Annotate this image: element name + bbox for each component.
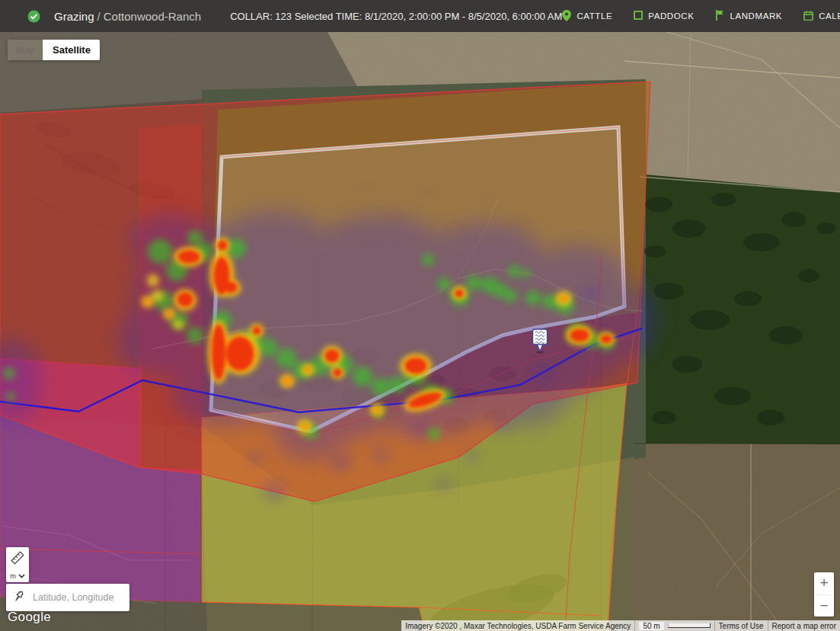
nav-cattle-button[interactable]: CATTLE bbox=[562, 10, 612, 23]
nav-label: LANDMARK bbox=[730, 11, 782, 21]
header-nav: CATTLE PADDOCK LANDMARK CALENDAR bbox=[562, 10, 840, 23]
flag-icon bbox=[715, 10, 724, 22]
app-window: Grazing/Cottonwood-Ranch COLLAR: 123 Sel… bbox=[0, 0, 840, 631]
imagery-credit: Imagery ©2020 , Maxar Technologies, USDA… bbox=[401, 620, 634, 631]
zoom-control: + − bbox=[814, 572, 834, 617]
satellite-map[interactable] bbox=[0, 32, 840, 631]
terms-of-use-link[interactable]: Terms of Use bbox=[714, 620, 768, 631]
pushpin-icon bbox=[13, 590, 25, 605]
report-map-error-link[interactable]: Report a map error bbox=[768, 620, 840, 631]
scale-bar bbox=[668, 623, 711, 628]
latlng-search-box bbox=[6, 584, 129, 611]
google-logo[interactable]: Google bbox=[8, 610, 51, 625]
ruler-icon bbox=[10, 550, 25, 569]
chevron-down-icon bbox=[18, 572, 25, 580]
scale-control: 50 m bbox=[634, 620, 714, 631]
breadcrumb-separator: / bbox=[97, 10, 101, 23]
zoom-in-button[interactable]: + bbox=[814, 572, 834, 594]
satellite-view-button[interactable]: Satellite bbox=[43, 40, 100, 60]
latlng-input[interactable] bbox=[31, 591, 124, 604]
scale-label: 50 m bbox=[639, 622, 663, 630]
nav-label: PADDOCK bbox=[648, 11, 694, 21]
measure-unit-value: m bbox=[10, 572, 16, 580]
square-icon bbox=[634, 11, 643, 21]
collar-time-status: COLLAR: 123 Selected TIME: 8/1/2020, 2:0… bbox=[230, 11, 562, 22]
measure-tool[interactable]: m bbox=[6, 547, 29, 582]
measure-unit-dropdown[interactable]: m bbox=[10, 572, 25, 580]
map-attribution: Imagery ©2020 , Maxar Technologies, USDA… bbox=[401, 620, 840, 631]
nav-landmark-button[interactable]: LANDMARK bbox=[715, 10, 782, 22]
top-bar: Grazing/Cottonwood-Ranch COLLAR: 123 Sel… bbox=[0, 0, 840, 32]
status-check-icon bbox=[27, 10, 40, 23]
nav-label: CALENDAR bbox=[819, 11, 840, 21]
nav-paddock-button[interactable]: PADDOCK bbox=[634, 11, 694, 21]
nav-label: CATTLE bbox=[577, 11, 612, 21]
nav-calendar-button[interactable]: CALENDAR bbox=[803, 11, 840, 22]
pin-icon bbox=[562, 10, 571, 23]
map-type-toggle: Map Satellite bbox=[8, 40, 100, 60]
zoom-out-button[interactable]: − bbox=[814, 595, 834, 617]
page-title: Grazing bbox=[54, 10, 94, 23]
map-view-button[interactable]: Map bbox=[8, 40, 43, 60]
ranch-name: Cottonwood-Ranch bbox=[104, 10, 201, 23]
calendar-icon bbox=[803, 11, 813, 22]
breadcrumb: Grazing/Cottonwood-Ranch bbox=[54, 10, 201, 23]
map-canvas[interactable]: Map Satellite m Google + − bbox=[0, 32, 840, 631]
